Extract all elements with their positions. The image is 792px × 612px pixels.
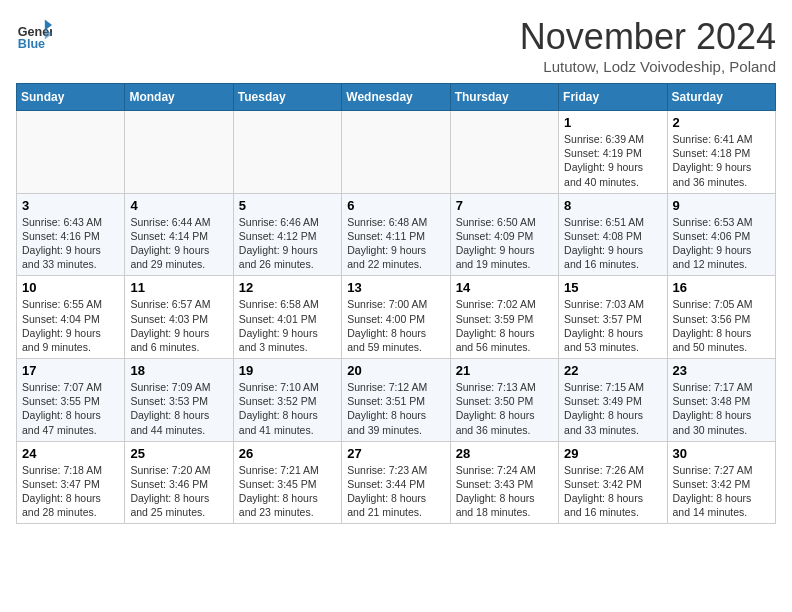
day-number: 27 — [347, 446, 444, 461]
calendar-cell: 24Sunrise: 7:18 AM Sunset: 3:47 PM Dayli… — [17, 441, 125, 524]
calendar-cell: 26Sunrise: 7:21 AM Sunset: 3:45 PM Dayli… — [233, 441, 341, 524]
day-number: 1 — [564, 115, 661, 130]
day-info: Sunrise: 7:17 AM Sunset: 3:48 PM Dayligh… — [673, 380, 770, 437]
calendar-table: SundayMondayTuesdayWednesdayThursdayFrid… — [16, 83, 776, 524]
day-number: 28 — [456, 446, 553, 461]
day-info: Sunrise: 7:00 AM Sunset: 4:00 PM Dayligh… — [347, 297, 444, 354]
svg-text:Blue: Blue — [18, 37, 45, 51]
day-number: 6 — [347, 198, 444, 213]
day-info: Sunrise: 7:03 AM Sunset: 3:57 PM Dayligh… — [564, 297, 661, 354]
calendar-cell: 12Sunrise: 6:58 AM Sunset: 4:01 PM Dayli… — [233, 276, 341, 359]
day-number: 2 — [673, 115, 770, 130]
calendar-cell: 19Sunrise: 7:10 AM Sunset: 3:52 PM Dayli… — [233, 359, 341, 442]
header: General Blue November 2024 Lututow, Lodz… — [16, 16, 776, 75]
day-number: 13 — [347, 280, 444, 295]
calendar-cell: 10Sunrise: 6:55 AM Sunset: 4:04 PM Dayli… — [17, 276, 125, 359]
day-number: 5 — [239, 198, 336, 213]
day-number: 10 — [22, 280, 119, 295]
day-info: Sunrise: 7:20 AM Sunset: 3:46 PM Dayligh… — [130, 463, 227, 520]
calendar-week-row: 10Sunrise: 6:55 AM Sunset: 4:04 PM Dayli… — [17, 276, 776, 359]
weekday-header-thursday: Thursday — [450, 84, 558, 111]
weekday-header-row: SundayMondayTuesdayWednesdayThursdayFrid… — [17, 84, 776, 111]
day-info: Sunrise: 7:18 AM Sunset: 3:47 PM Dayligh… — [22, 463, 119, 520]
day-info: Sunrise: 7:12 AM Sunset: 3:51 PM Dayligh… — [347, 380, 444, 437]
day-info: Sunrise: 6:55 AM Sunset: 4:04 PM Dayligh… — [22, 297, 119, 354]
day-number: 15 — [564, 280, 661, 295]
day-info: Sunrise: 6:58 AM Sunset: 4:01 PM Dayligh… — [239, 297, 336, 354]
day-number: 12 — [239, 280, 336, 295]
month-title: November 2024 — [520, 16, 776, 58]
day-number: 14 — [456, 280, 553, 295]
calendar-cell: 2Sunrise: 6:41 AM Sunset: 4:18 PM Daylig… — [667, 111, 775, 194]
calendar-cell: 4Sunrise: 6:44 AM Sunset: 4:14 PM Daylig… — [125, 193, 233, 276]
day-info: Sunrise: 6:43 AM Sunset: 4:16 PM Dayligh… — [22, 215, 119, 272]
day-info: Sunrise: 6:41 AM Sunset: 4:18 PM Dayligh… — [673, 132, 770, 189]
calendar-cell: 3Sunrise: 6:43 AM Sunset: 4:16 PM Daylig… — [17, 193, 125, 276]
calendar-cell: 7Sunrise: 6:50 AM Sunset: 4:09 PM Daylig… — [450, 193, 558, 276]
day-info: Sunrise: 7:24 AM Sunset: 3:43 PM Dayligh… — [456, 463, 553, 520]
day-info: Sunrise: 7:10 AM Sunset: 3:52 PM Dayligh… — [239, 380, 336, 437]
calendar-cell — [233, 111, 341, 194]
day-number: 7 — [456, 198, 553, 213]
day-number: 30 — [673, 446, 770, 461]
calendar-cell: 16Sunrise: 7:05 AM Sunset: 3:56 PM Dayli… — [667, 276, 775, 359]
day-info: Sunrise: 6:39 AM Sunset: 4:19 PM Dayligh… — [564, 132, 661, 189]
day-info: Sunrise: 6:46 AM Sunset: 4:12 PM Dayligh… — [239, 215, 336, 272]
day-info: Sunrise: 7:05 AM Sunset: 3:56 PM Dayligh… — [673, 297, 770, 354]
day-number: 9 — [673, 198, 770, 213]
weekday-header-friday: Friday — [559, 84, 667, 111]
calendar-cell: 22Sunrise: 7:15 AM Sunset: 3:49 PM Dayli… — [559, 359, 667, 442]
calendar-week-row: 24Sunrise: 7:18 AM Sunset: 3:47 PM Dayli… — [17, 441, 776, 524]
day-number: 26 — [239, 446, 336, 461]
calendar-cell: 18Sunrise: 7:09 AM Sunset: 3:53 PM Dayli… — [125, 359, 233, 442]
logo-icon: General Blue — [16, 16, 52, 52]
day-number: 25 — [130, 446, 227, 461]
calendar-cell — [17, 111, 125, 194]
calendar-cell: 1Sunrise: 6:39 AM Sunset: 4:19 PM Daylig… — [559, 111, 667, 194]
location-subtitle: Lututow, Lodz Voivodeship, Poland — [520, 58, 776, 75]
logo: General Blue — [16, 16, 52, 52]
day-info: Sunrise: 7:23 AM Sunset: 3:44 PM Dayligh… — [347, 463, 444, 520]
calendar-cell: 5Sunrise: 6:46 AM Sunset: 4:12 PM Daylig… — [233, 193, 341, 276]
calendar-cell: 30Sunrise: 7:27 AM Sunset: 3:42 PM Dayli… — [667, 441, 775, 524]
day-number: 22 — [564, 363, 661, 378]
calendar-cell — [125, 111, 233, 194]
day-number: 19 — [239, 363, 336, 378]
day-info: Sunrise: 6:48 AM Sunset: 4:11 PM Dayligh… — [347, 215, 444, 272]
day-info: Sunrise: 7:09 AM Sunset: 3:53 PM Dayligh… — [130, 380, 227, 437]
calendar-cell: 11Sunrise: 6:57 AM Sunset: 4:03 PM Dayli… — [125, 276, 233, 359]
day-info: Sunrise: 7:15 AM Sunset: 3:49 PM Dayligh… — [564, 380, 661, 437]
day-number: 11 — [130, 280, 227, 295]
day-number: 16 — [673, 280, 770, 295]
calendar-cell — [450, 111, 558, 194]
calendar-cell: 21Sunrise: 7:13 AM Sunset: 3:50 PM Dayli… — [450, 359, 558, 442]
calendar-week-row: 17Sunrise: 7:07 AM Sunset: 3:55 PM Dayli… — [17, 359, 776, 442]
calendar-week-row: 1Sunrise: 6:39 AM Sunset: 4:19 PM Daylig… — [17, 111, 776, 194]
day-number: 4 — [130, 198, 227, 213]
day-number: 24 — [22, 446, 119, 461]
calendar-cell: 14Sunrise: 7:02 AM Sunset: 3:59 PM Dayli… — [450, 276, 558, 359]
calendar-cell: 6Sunrise: 6:48 AM Sunset: 4:11 PM Daylig… — [342, 193, 450, 276]
weekday-header-monday: Monday — [125, 84, 233, 111]
day-info: Sunrise: 7:21 AM Sunset: 3:45 PM Dayligh… — [239, 463, 336, 520]
title-area: November 2024 Lututow, Lodz Voivodeship,… — [520, 16, 776, 75]
calendar-cell: 15Sunrise: 7:03 AM Sunset: 3:57 PM Dayli… — [559, 276, 667, 359]
day-number: 21 — [456, 363, 553, 378]
day-info: Sunrise: 7:07 AM Sunset: 3:55 PM Dayligh… — [22, 380, 119, 437]
weekday-header-wednesday: Wednesday — [342, 84, 450, 111]
calendar-cell: 25Sunrise: 7:20 AM Sunset: 3:46 PM Dayli… — [125, 441, 233, 524]
day-info: Sunrise: 7:26 AM Sunset: 3:42 PM Dayligh… — [564, 463, 661, 520]
day-info: Sunrise: 6:53 AM Sunset: 4:06 PM Dayligh… — [673, 215, 770, 272]
day-info: Sunrise: 7:27 AM Sunset: 3:42 PM Dayligh… — [673, 463, 770, 520]
day-number: 23 — [673, 363, 770, 378]
day-number: 29 — [564, 446, 661, 461]
calendar-cell — [342, 111, 450, 194]
day-number: 17 — [22, 363, 119, 378]
calendar-cell: 13Sunrise: 7:00 AM Sunset: 4:00 PM Dayli… — [342, 276, 450, 359]
calendar-week-row: 3Sunrise: 6:43 AM Sunset: 4:16 PM Daylig… — [17, 193, 776, 276]
weekday-header-sunday: Sunday — [17, 84, 125, 111]
day-number: 20 — [347, 363, 444, 378]
day-info: Sunrise: 6:44 AM Sunset: 4:14 PM Dayligh… — [130, 215, 227, 272]
day-info: Sunrise: 7:02 AM Sunset: 3:59 PM Dayligh… — [456, 297, 553, 354]
calendar-cell: 29Sunrise: 7:26 AM Sunset: 3:42 PM Dayli… — [559, 441, 667, 524]
